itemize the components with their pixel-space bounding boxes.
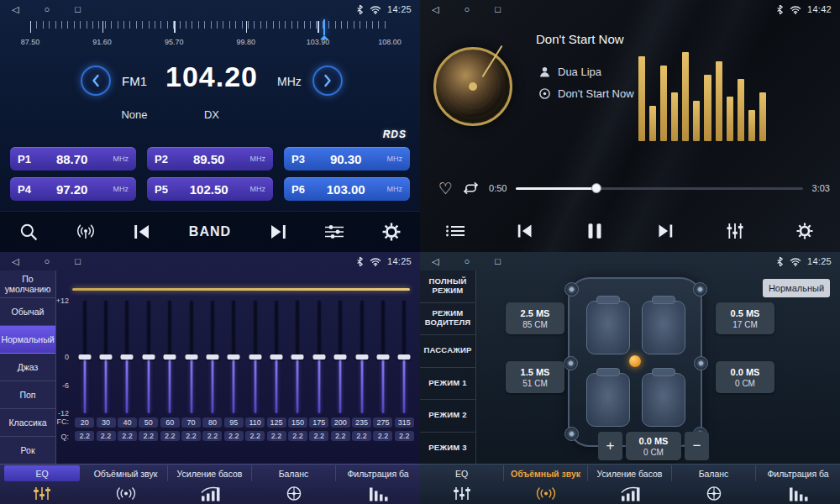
next-track-icon[interactable] (655, 223, 675, 239)
slider-thumb[interactable] (206, 354, 218, 360)
slider-thumb[interactable] (355, 354, 368, 360)
eq-band-slider[interactable] (181, 301, 202, 413)
back-icon[interactable]: ◁ (12, 0, 18, 18)
slider-thumb[interactable] (164, 354, 176, 360)
eq-preset-item[interactable]: По умолчанию (0, 270, 55, 298)
listening-position-dot[interactable] (629, 355, 641, 367)
eq-band-slider[interactable] (244, 301, 265, 413)
next-station-icon[interactable] (268, 223, 288, 241)
preset-button[interactable]: P6103.00MHz (284, 177, 410, 201)
preset-button[interactable]: P390.30MHz (284, 147, 410, 171)
eq-band-slider[interactable] (372, 301, 393, 413)
eq-band-slider[interactable] (160, 301, 181, 413)
preset-button[interactable]: P497.20MHz (10, 177, 136, 201)
slider-thumb[interactable] (249, 354, 261, 360)
eq-preset-item[interactable]: Рок (0, 437, 55, 465)
eq-preset-item[interactable]: Обычай (0, 298, 55, 326)
recents-icon[interactable]: □ (495, 252, 501, 270)
eq-preset-item[interactable]: Классика (0, 409, 55, 437)
eq-band-slider[interactable] (95, 301, 116, 413)
eq-band-slider[interactable] (223, 301, 244, 413)
tab-eq[interactable]: EQ (420, 465, 504, 504)
favorite-icon[interactable]: ♡ (438, 181, 453, 197)
eq-band-slider[interactable] (74, 301, 95, 413)
eq-master-slider[interactable] (72, 288, 410, 291)
progress-thumb[interactable] (591, 183, 601, 193)
surround-mode-item[interactable]: ПОЛНЫЙ РЕЖИМ (420, 270, 475, 303)
slider-thumb[interactable] (312, 354, 325, 360)
preset-button[interactable]: P5102.50MHz (147, 177, 273, 201)
recents-icon[interactable]: □ (75, 252, 81, 270)
eq-preset-item[interactable]: Джаз (0, 354, 55, 381)
tab-bass-boost[interactable]: Усиление басов (168, 465, 252, 504)
band-button[interactable]: BAND (189, 224, 231, 239)
previous-station-icon[interactable] (132, 223, 152, 241)
eq-band-slider[interactable] (202, 301, 223, 413)
gear-icon[interactable] (381, 223, 402, 241)
home-icon[interactable]: ○ (44, 252, 50, 270)
delay-front-left[interactable]: 2.5 MS 85 CM (506, 302, 564, 334)
seat-passenger[interactable] (642, 301, 685, 354)
tune-up-button[interactable] (312, 66, 343, 96)
surround-mode-item[interactable]: РЕЖИМ 2 (420, 400, 475, 433)
tune-down-button[interactable] (81, 66, 111, 96)
slider-thumb[interactable] (228, 354, 240, 360)
eq-band-slider[interactable] (117, 301, 138, 413)
tab-surround[interactable]: Объёмный звук (84, 465, 168, 504)
previous-track-icon[interactable] (515, 223, 535, 239)
back-icon[interactable]: ◁ (432, 252, 438, 270)
back-icon[interactable]: ◁ (12, 252, 18, 270)
delay-front-right[interactable]: 0.5 MS 17 CM (716, 302, 774, 334)
home-icon[interactable]: ○ (44, 0, 50, 18)
scan-icon[interactable] (18, 223, 39, 241)
sliders-icon[interactable] (324, 223, 344, 241)
slider-thumb[interactable] (100, 354, 113, 360)
back-icon[interactable]: ◁ (432, 0, 438, 18)
eq-band-slider[interactable] (138, 301, 159, 413)
eq-preset-item[interactable]: Нормальный (0, 326, 55, 354)
surround-mode-item[interactable]: РЕЖИМ ВОДИТЕЛЯ (420, 303, 475, 336)
recents-icon[interactable]: □ (75, 0, 81, 18)
pause-icon[interactable] (585, 223, 605, 239)
slider-thumb[interactable] (78, 354, 91, 360)
gear-icon[interactable] (795, 223, 815, 239)
tab-surround[interactable]: Объёмный звук (504, 465, 588, 504)
delay-rear-left[interactable]: 1.5 MS 51 CM (506, 361, 564, 393)
tab-bass-boost[interactable]: Усиление басов (588, 465, 672, 504)
eq-preset-item[interactable]: Поп (0, 381, 55, 409)
eq-band-slider[interactable] (287, 301, 308, 413)
tab-filter[interactable]: Фильтрация ба (756, 465, 840, 504)
eq-band-slider[interactable] (308, 301, 329, 413)
slider-thumb[interactable] (398, 354, 411, 360)
playlist-icon[interactable] (445, 223, 465, 239)
preset-button[interactable]: P188.70MHz (10, 147, 136, 171)
sound-profile-button[interactable]: Нормальный (763, 279, 830, 297)
preset-button[interactable]: P289.50MHz (147, 147, 273, 171)
repeat-icon[interactable] (462, 181, 480, 195)
recents-icon[interactable]: □ (495, 0, 501, 18)
delay-decrease-button[interactable]: − (685, 432, 709, 460)
slider-thumb[interactable] (185, 354, 197, 360)
eq-band-slider[interactable] (351, 301, 372, 413)
slider-thumb[interactable] (376, 354, 389, 360)
home-icon[interactable]: ○ (464, 0, 470, 18)
broadcast-icon[interactable] (76, 223, 96, 241)
slider-thumb[interactable] (142, 354, 155, 360)
equalizer-icon[interactable] (725, 223, 745, 239)
eq-band-slider[interactable] (330, 301, 351, 413)
tab-eq[interactable]: EQ (0, 465, 84, 504)
slider-thumb[interactable] (291, 354, 304, 360)
surround-mode-item[interactable]: ПАССАЖИР (420, 335, 475, 368)
slider-thumb[interactable] (334, 354, 347, 360)
delay-rear-right[interactable]: 0.0 MS 0 CM (716, 361, 774, 393)
seat-rear-left[interactable] (586, 373, 630, 427)
tab-balance[interactable]: Баланс (252, 465, 336, 504)
slider-thumb[interactable] (270, 354, 283, 360)
eq-band-slider[interactable] (394, 301, 415, 413)
surround-mode-item[interactable]: РЕЖИМ 3 (420, 433, 475, 465)
slider-thumb[interactable] (121, 354, 134, 360)
surround-mode-item[interactable]: РЕЖИМ 1 (420, 368, 475, 401)
seat-driver[interactable] (586, 301, 630, 354)
home-icon[interactable]: ○ (464, 252, 470, 270)
tab-balance[interactable]: Баланс (672, 465, 756, 504)
